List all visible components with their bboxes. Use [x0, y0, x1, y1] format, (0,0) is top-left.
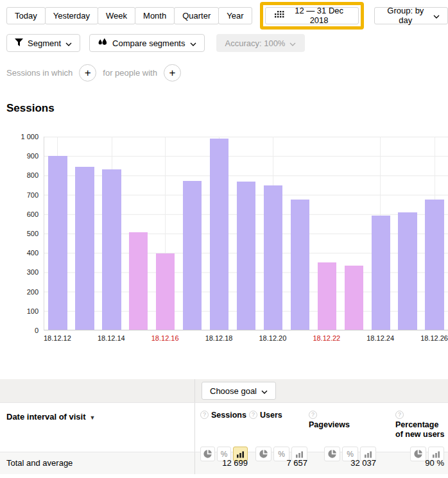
x-tick-label: [394, 334, 420, 342]
bar-18.12.19[interactable]: [237, 182, 255, 330]
bar-slot: [260, 137, 287, 330]
period-toolbar: TodayYesterdayWeekMonthQuarterYear 12 — …: [0, 0, 448, 31]
help-icon[interactable]: ?: [249, 411, 257, 419]
bar-slot: [44, 137, 71, 330]
bar-18.12.25[interactable]: [398, 212, 417, 330]
total-value-users: 7 657: [249, 452, 309, 468]
bar-slot: [340, 137, 367, 330]
total-value-sessions: 12 699: [200, 452, 249, 468]
bar-18.12.20[interactable]: [264, 185, 282, 330]
y-tick-label: 600: [0, 210, 39, 218]
bar-18.12.22[interactable]: [318, 262, 336, 330]
bar-18.12.16[interactable]: [156, 253, 175, 330]
bar-18.12.13[interactable]: [75, 167, 94, 330]
bar-18.12.23[interactable]: [345, 266, 363, 330]
bar-18.12.15[interactable]: [129, 232, 148, 330]
period-button-week[interactable]: Week: [98, 7, 135, 24]
x-tick-label: 18.12.12: [44, 334, 71, 342]
x-tick-label: [179, 334, 205, 342]
bar-18.12.18[interactable]: [210, 139, 228, 330]
column-label-sessions: Sessions: [211, 411, 246, 420]
x-tick-label: [286, 334, 313, 342]
dimension-header[interactable]: Date interval of visit▼: [0, 403, 194, 422]
session-filter-bar: Sessions in which + for people with +: [6, 64, 448, 81]
bar-18.12.17[interactable]: [183, 181, 202, 330]
for-people-with-label: for people with: [103, 68, 157, 78]
y-tick-label: 400: [0, 249, 39, 257]
y-tick-label: 500: [0, 230, 39, 237]
y-tick-label: 700: [0, 191, 39, 199]
total-value-pageviews: 32 037: [309, 452, 377, 468]
accuracy-label: Accuracy: 100%: [225, 38, 286, 48]
choose-goal-label: Choose goal: [210, 386, 257, 396]
sort-caret-icon: ▼: [90, 414, 96, 421]
bar-slot: [179, 137, 206, 330]
segment-toolbar: Segment Compare segments Accuracy: 100%: [0, 32, 448, 54]
x-tick-label: 18.12.22: [313, 334, 340, 342]
column-label-percentage-of-new-users: Percentage of new users: [395, 420, 444, 439]
accuracy-dropdown[interactable]: Accuracy: 100%: [216, 34, 306, 52]
column-label-users: Users: [260, 411, 282, 420]
bar-18.12.14[interactable]: [102, 169, 121, 330]
total-value-percentage-of-new-users: 90 %: [377, 452, 445, 468]
date-range-button[interactable]: 12 — 31 Dec 2018: [265, 7, 359, 24]
column-header-sessions: ?Sessions: [200, 403, 249, 440]
bar-18.12.24[interactable]: [372, 216, 390, 330]
x-tick-label: 18.12.18: [205, 334, 233, 342]
segment-dropdown[interactable]: Segment: [6, 34, 80, 52]
choose-goal-dropdown[interactable]: Choose goal: [202, 382, 276, 400]
bar-slot: [313, 137, 340, 330]
column-header-percentage-of-new-users: ?Percentage of new users: [377, 403, 445, 440]
help-icon[interactable]: ?: [395, 411, 404, 419]
period-button-group: TodayYesterdayWeekMonthQuarterYear: [6, 7, 252, 24]
y-axis-labels: 01002003004005006007008009001 000: [0, 137, 39, 330]
chevron-down-icon: [190, 38, 196, 48]
y-tick-label: 100: [0, 307, 39, 315]
bar-slot: [71, 137, 98, 330]
sessions-in-which-label: Sessions in which: [6, 68, 73, 78]
add-people-filter-button[interactable]: +: [164, 64, 181, 81]
period-button-year[interactable]: Year: [218, 7, 252, 24]
compare-segments-dropdown[interactable]: Compare segments: [89, 34, 204, 52]
period-button-quarter[interactable]: Quarter: [174, 7, 219, 24]
date-range-highlight: 12 — 31 Dec 2018: [260, 2, 364, 30]
date-range-label: 12 — 31 Dec 2018: [289, 6, 349, 25]
x-tick-label: [125, 334, 151, 342]
period-button-month[interactable]: Month: [135, 7, 175, 24]
chart-bars: [44, 137, 448, 330]
x-tick-label: 18.12.14: [98, 334, 125, 342]
bar-slot: [394, 137, 421, 330]
bar-slot: [421, 137, 448, 330]
y-tick-label: 200: [0, 288, 39, 296]
table-total-row: Total and average 12 6997 65732 03790 %: [0, 452, 448, 474]
column-label-pageviews: Pageviews: [309, 420, 350, 429]
chart-plot-area: [44, 137, 448, 330]
add-session-filter-button[interactable]: +: [79, 64, 96, 81]
y-tick-label: 900: [0, 152, 39, 160]
chevron-down-icon: [261, 386, 268, 396]
table-goal-band: Choose goal: [0, 379, 448, 402]
bar-slot: [367, 137, 394, 330]
y-tick-label: 0: [0, 327, 39, 334]
bar-slot: [125, 137, 152, 330]
help-icon[interactable]: ?: [200, 411, 209, 419]
segment-label: Segment: [28, 38, 61, 48]
metrics-table: Choose goal Date interval of visit▼ ?Ses…: [0, 379, 448, 474]
sessions-bar-chart: 01002003004005006007008009001 000 18.12.…: [0, 137, 448, 342]
x-axis-labels: 18.12.1218.12.1418.12.1618.12.1818.12.20…: [44, 334, 448, 342]
column-header-users: ?Users: [249, 403, 309, 440]
x-tick-label: [340, 334, 366, 342]
period-button-today[interactable]: Today: [6, 7, 46, 24]
bar-18.12.26[interactable]: [425, 200, 444, 330]
group-by-dropdown[interactable]: Group: by day: [374, 7, 448, 24]
help-icon[interactable]: ?: [309, 411, 317, 419]
bar-18.12.21[interactable]: [291, 200, 309, 330]
chevron-down-icon: [65, 38, 72, 48]
total-row-label: Total and average: [0, 452, 194, 474]
x-tick-label: [232, 334, 259, 342]
bar-18.12.12[interactable]: [48, 156, 67, 330]
bar-slot: [152, 137, 179, 330]
funnel-icon: [15, 38, 23, 48]
period-button-yesterday[interactable]: Yesterday: [45, 7, 98, 24]
droplets-icon: [98, 38, 108, 48]
